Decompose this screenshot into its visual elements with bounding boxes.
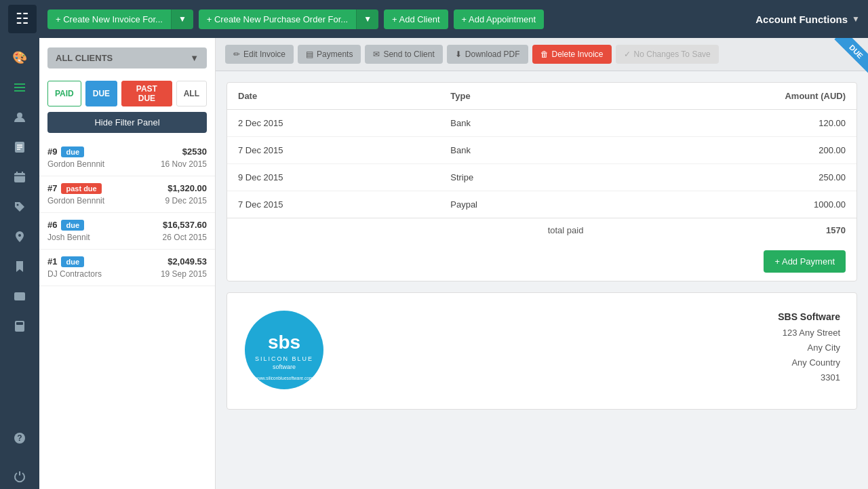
svg-text:sbs: sbs (268, 332, 300, 353)
sidebar-item-power[interactable] (7, 463, 33, 489)
account-functions-menu[interactable]: Account Functions ▼ (755, 14, 860, 25)
create-po-btn[interactable]: + Create New Purchase Order For... (199, 9, 356, 29)
svg-point-23 (22, 329, 23, 330)
payments-table: Date Type Amount (AUD) 2 Dec 2015 Bank 1… (227, 83, 856, 242)
invoice-badge: due (61, 146, 84, 157)
invoice-number: #7 (47, 183, 57, 193)
invoice-date: 19 Sep 2015 (161, 269, 207, 279)
download-icon: ⬇ (455, 50, 462, 59)
list-item[interactable]: #6due $16,537.60 Josh Bennit 26 Oct 2015 (39, 213, 215, 250)
col-date: Date (227, 83, 439, 110)
col-amount: Amount (AUD) (594, 83, 856, 110)
sidebar-item-image[interactable] (7, 283, 33, 309)
check-icon: ✓ (624, 50, 631, 59)
invoice-client: Gordon Bennnit (47, 196, 104, 206)
payments-btn[interactable]: ▤ Payments (298, 45, 361, 64)
filter-tab-paid[interactable]: PAID (47, 81, 81, 106)
filter-tab-all[interactable]: ALL (176, 81, 207, 106)
sidebar-item-list[interactable] (7, 75, 33, 100)
payment-date: 7 Dec 2015 (227, 191, 439, 218)
company-info: SBS Software 123 Any Street Any City Any… (778, 309, 840, 385)
table-row: 2 Dec 2015 Bank 120.00 (227, 110, 856, 137)
invoice-amount: $2530 (182, 146, 207, 157)
add-payment-btn[interactable]: + Add Payment (764, 250, 846, 273)
svg-text:?: ? (17, 433, 22, 443)
invoice-client: Gordon Bennnit (47, 159, 104, 169)
content-toolbar: ✏ Edit Invoice ▤ Payments ✉ Send to Clie… (216, 38, 868, 71)
send-icon: ✉ (373, 50, 380, 59)
left-panel-header: ALL CLIENTS ▼ (39, 38, 215, 75)
col-type: Type (439, 83, 594, 110)
invoice-number: #9 (47, 146, 57, 157)
company-logo-container: sbs SILICON BLUE software www.siliconblu… (243, 309, 325, 393)
sidebar-item-palette[interactable]: 🎨 (7, 45, 33, 71)
payments-table-box: Date Type Amount (AUD) 2 Dec 2015 Bank 1… (226, 82, 857, 281)
sidebar-item-calendar[interactable] (7, 164, 33, 190)
svg-rect-1 (14, 87, 25, 88)
total-paid-label: total paid (227, 218, 594, 243)
create-po-dropdown[interactable]: ▼ (356, 9, 378, 29)
svg-point-21 (16, 329, 18, 330)
sidebar-icons: 🎨 ? (0, 38, 39, 489)
payment-date: 2 Dec 2015 (227, 110, 439, 137)
invoice-client: Josh Bennit (47, 233, 90, 242)
svg-point-19 (19, 327, 20, 328)
all-clients-label: ALL CLIENTS (56, 53, 113, 63)
sidebar-item-tag[interactable] (7, 194, 33, 220)
svg-point-12 (17, 204, 19, 206)
payment-type: Stripe (439, 164, 594, 191)
list-item[interactable]: #1due $2,049.53 DJ Contractors 19 Sep 20… (39, 250, 215, 286)
sidebar-item-user[interactable] (7, 104, 33, 130)
delete-invoice-btn[interactable]: 🗑 Delete Invoice (532, 45, 612, 64)
sidebar-item-location[interactable] (7, 224, 33, 250)
footer-box: sbs SILICON BLUE software www.siliconblu… (226, 292, 857, 410)
create-invoice-btn[interactable]: + Create New Invoice For... (47, 9, 171, 29)
send-to-client-btn[interactable]: ✉ Send to Client (365, 45, 442, 64)
filter-tabs: PAID DUE PAST DUE ALL (39, 75, 215, 112)
invoice-badge: past due (61, 183, 101, 194)
due-ribbon: DUE (827, 38, 868, 79)
svg-rect-2 (14, 90, 25, 92)
sidebar-item-calculator[interactable] (7, 313, 33, 339)
all-clients-btn[interactable]: ALL CLIENTS ▼ (47, 47, 207, 69)
create-invoice-dropdown[interactable]: ▼ (171, 9, 193, 29)
edit-invoice-btn[interactable]: ✏ Edit Invoice (225, 45, 294, 64)
filter-tab-due[interactable]: DUE (85, 81, 117, 106)
edit-icon: ✏ (233, 50, 240, 59)
filter-tab-past-due[interactable]: PAST DUE (121, 81, 172, 106)
payment-type: Paypal (439, 191, 594, 218)
table-row: 7 Dec 2015 Paypal 1000.00 (227, 191, 856, 218)
payments-icon: ▤ (306, 50, 313, 59)
company-address2: Any City (778, 340, 840, 355)
payment-amount: 120.00 (594, 110, 856, 137)
sidebar-item-notes[interactable] (7, 134, 33, 160)
add-appointment-btn[interactable]: + Add Appointment (454, 9, 545, 29)
list-item[interactable]: #7past due $1,320.00 Gordon Bennnit 9 De… (39, 176, 215, 213)
content-area: ✏ Edit Invoice ▤ Payments ✉ Send to Clie… (216, 38, 868, 489)
sidebar-item-help[interactable]: ? (7, 425, 33, 451)
list-item[interactable]: #9due $2530 Gordon Bennnit 16 Nov 2015 (39, 140, 215, 176)
invoice-date: 26 Oct 2015 (163, 233, 207, 242)
invoice-number: #6 (47, 220, 57, 230)
due-ribbon-label: DUE (834, 38, 868, 73)
payment-type: Bank (439, 110, 594, 137)
payment-date: 7 Dec 2015 (227, 137, 439, 164)
svg-rect-17 (16, 322, 23, 325)
create-invoice-split-btn: + Create New Invoice For... ▼ (47, 9, 193, 29)
table-row: 9 Dec 2015 Stripe 250.00 (227, 164, 856, 191)
svg-point-20 (22, 327, 23, 328)
sidebar-item-bookmark[interactable] (7, 254, 33, 279)
download-pdf-btn[interactable]: ⬇ Download PDF (447, 45, 528, 64)
invoice-amount: $2,049.53 (167, 256, 207, 267)
invoice-number: #1 (47, 256, 57, 267)
invoice-badge: due (61, 220, 84, 231)
hide-filter-btn[interactable]: Hide Filter Panel (47, 112, 207, 133)
main-layout: 🎨 ? (0, 38, 868, 489)
add-client-btn[interactable]: + Add Client (384, 9, 448, 29)
company-address1: 123 Any Street (778, 326, 840, 340)
svg-rect-8 (14, 173, 25, 182)
svg-point-15 (16, 294, 19, 297)
company-name: SBS Software (778, 309, 840, 326)
invoice-amount: $16,537.60 (163, 220, 207, 230)
svg-rect-0 (14, 83, 25, 85)
